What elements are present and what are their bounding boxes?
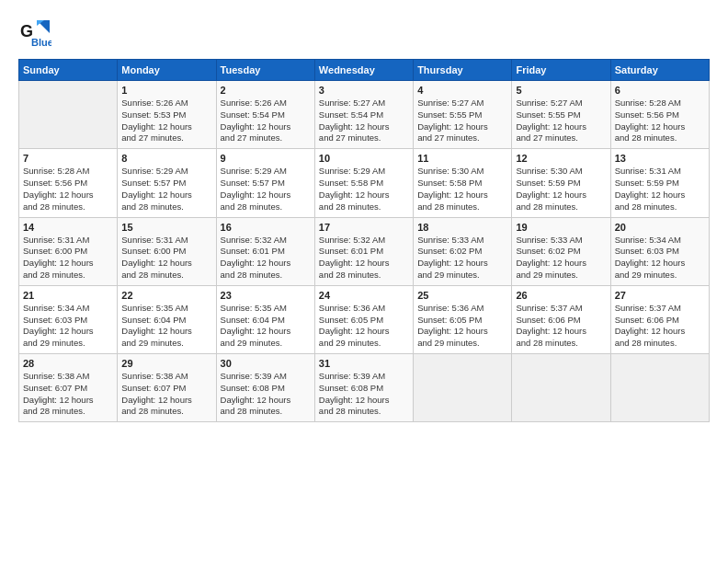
day-number: 7	[23, 153, 113, 164]
svg-text:Blue: Blue	[31, 37, 51, 48]
col-header-saturday: Saturday	[610, 60, 709, 81]
day-number: 26	[516, 290, 606, 301]
cell-w2-d1: 8Sunrise: 5:29 AMSunset: 5:57 PMDaylight…	[118, 149, 216, 217]
cell-w3-d2: 16Sunrise: 5:32 AMSunset: 6:01 PMDayligh…	[216, 217, 314, 285]
col-header-tuesday: Tuesday	[216, 60, 314, 81]
cell-info: Sunrise: 5:27 AMSunset: 5:54 PMDaylight:…	[319, 98, 409, 144]
day-number: 10	[319, 153, 409, 164]
day-number: 1	[121, 85, 211, 96]
cell-info: Sunrise: 5:34 AMSunset: 6:03 PMDaylight:…	[23, 303, 113, 350]
cell-info: Sunrise: 5:38 AMSunset: 6:07 PMDaylight:…	[121, 371, 211, 418]
header: G Blue	[18, 17, 710, 50]
cell-w5-d0: 28Sunrise: 5:38 AMSunset: 6:07 PMDayligh…	[19, 354, 118, 422]
week-row-2: 7Sunrise: 5:28 AMSunset: 5:56 PMDaylight…	[19, 149, 710, 217]
cell-w5-d3: 31Sunrise: 5:39 AMSunset: 6:08 PMDayligh…	[314, 354, 413, 422]
cell-info: Sunrise: 5:30 AMSunset: 5:58 PMDaylight:…	[417, 166, 507, 213]
col-header-sunday: Sunday	[19, 60, 118, 81]
page: G Blue SundayMondayTuesdayWednesdayThurs…	[0, 0, 728, 563]
cell-w3-d3: 17Sunrise: 5:32 AMSunset: 6:01 PMDayligh…	[314, 217, 413, 285]
day-number: 22	[121, 290, 211, 301]
cell-info: Sunrise: 5:36 AMSunset: 6:05 PMDaylight:…	[417, 303, 507, 350]
cell-w2-d5: 12Sunrise: 5:30 AMSunset: 5:59 PMDayligh…	[512, 149, 610, 217]
cell-info: Sunrise: 5:31 AMSunset: 5:59 PMDaylight:…	[615, 166, 705, 213]
day-number: 31	[319, 358, 409, 369]
cell-w1-d6: 6Sunrise: 5:28 AMSunset: 5:56 PMDaylight…	[610, 81, 709, 149]
cell-info: Sunrise: 5:27 AMSunset: 5:55 PMDaylight:…	[516, 98, 606, 144]
cell-w5-d1: 29Sunrise: 5:38 AMSunset: 6:07 PMDayligh…	[118, 354, 216, 422]
week-row-4: 21Sunrise: 5:34 AMSunset: 6:03 PMDayligh…	[19, 285, 710, 353]
cell-info: Sunrise: 5:32 AMSunset: 6:01 PMDaylight:…	[319, 235, 409, 282]
cell-w4-d1: 22Sunrise: 5:35 AMSunset: 6:04 PMDayligh…	[118, 285, 216, 353]
day-number: 13	[615, 153, 705, 164]
cell-info: Sunrise: 5:35 AMSunset: 6:04 PMDaylight:…	[221, 303, 311, 350]
cell-w5-d4	[414, 354, 512, 422]
day-number: 30	[221, 358, 311, 369]
cell-w3-d4: 18Sunrise: 5:33 AMSunset: 6:02 PMDayligh…	[414, 217, 512, 285]
day-number: 25	[417, 290, 507, 301]
cell-info: Sunrise: 5:31 AMSunset: 6:00 PMDaylight:…	[23, 235, 113, 282]
day-number: 23	[221, 290, 311, 301]
cell-info: Sunrise: 5:36 AMSunset: 6:05 PMDaylight:…	[319, 303, 409, 350]
cell-info: Sunrise: 5:29 AMSunset: 5:57 PMDaylight:…	[221, 166, 311, 213]
cell-w1-d5: 5Sunrise: 5:27 AMSunset: 5:55 PMDaylight…	[512, 81, 610, 149]
cell-info: Sunrise: 5:37 AMSunset: 6:06 PMDaylight:…	[615, 303, 705, 350]
cell-info: Sunrise: 5:39 AMSunset: 6:08 PMDaylight:…	[319, 371, 409, 418]
cell-info: Sunrise: 5:34 AMSunset: 6:03 PMDaylight:…	[615, 235, 705, 282]
cell-w3-d6: 20Sunrise: 5:34 AMSunset: 6:03 PMDayligh…	[610, 217, 709, 285]
cell-info: Sunrise: 5:39 AMSunset: 6:08 PMDaylight:…	[221, 371, 311, 418]
cell-w1-d4: 4Sunrise: 5:27 AMSunset: 5:55 PMDaylight…	[414, 81, 512, 149]
cell-w4-d3: 24Sunrise: 5:36 AMSunset: 6:05 PMDayligh…	[314, 285, 413, 353]
cell-w5-d2: 30Sunrise: 5:39 AMSunset: 6:08 PMDayligh…	[216, 354, 314, 422]
cell-w2-d0: 7Sunrise: 5:28 AMSunset: 5:56 PMDaylight…	[19, 149, 118, 217]
cell-w1-d1: 1Sunrise: 5:26 AMSunset: 5:53 PMDaylight…	[118, 81, 216, 149]
cell-info: Sunrise: 5:35 AMSunset: 6:04 PMDaylight:…	[121, 303, 211, 350]
logo-icon: G Blue	[18, 17, 51, 50]
cell-w5-d5	[512, 354, 610, 422]
cell-w1-d3: 3Sunrise: 5:27 AMSunset: 5:54 PMDaylight…	[314, 81, 413, 149]
day-number: 24	[319, 290, 409, 301]
cell-info: Sunrise: 5:28 AMSunset: 5:56 PMDaylight:…	[615, 98, 705, 144]
cell-w3-d0: 14Sunrise: 5:31 AMSunset: 6:00 PMDayligh…	[19, 217, 118, 285]
calendar-table: SundayMondayTuesdayWednesdayThursdayFrid…	[18, 59, 710, 422]
cell-w5-d6	[610, 354, 709, 422]
header-row: SundayMondayTuesdayWednesdayThursdayFrid…	[19, 60, 710, 81]
cell-info: Sunrise: 5:33 AMSunset: 6:02 PMDaylight:…	[516, 235, 606, 282]
day-number: 9	[221, 153, 311, 164]
day-number: 18	[417, 222, 507, 233]
day-number: 21	[23, 290, 113, 301]
cell-info: Sunrise: 5:29 AMSunset: 5:57 PMDaylight:…	[121, 166, 211, 213]
cell-info: Sunrise: 5:29 AMSunset: 5:58 PMDaylight:…	[319, 166, 409, 213]
cell-w4-d6: 27Sunrise: 5:37 AMSunset: 6:06 PMDayligh…	[610, 285, 709, 353]
cell-w4-d2: 23Sunrise: 5:35 AMSunset: 6:04 PMDayligh…	[216, 285, 314, 353]
cell-w2-d2: 9Sunrise: 5:29 AMSunset: 5:57 PMDaylight…	[216, 149, 314, 217]
cell-info: Sunrise: 5:28 AMSunset: 5:56 PMDaylight:…	[23, 166, 113, 213]
logo: G Blue	[18, 17, 55, 50]
cell-w1-d2: 2Sunrise: 5:26 AMSunset: 5:54 PMDaylight…	[216, 81, 314, 149]
day-number: 19	[516, 222, 606, 233]
cell-w4-d5: 26Sunrise: 5:37 AMSunset: 6:06 PMDayligh…	[512, 285, 610, 353]
col-header-friday: Friday	[512, 60, 610, 81]
day-number: 2	[221, 85, 311, 96]
cell-w3-d5: 19Sunrise: 5:33 AMSunset: 6:02 PMDayligh…	[512, 217, 610, 285]
day-number: 12	[516, 153, 606, 164]
cell-info: Sunrise: 5:38 AMSunset: 6:07 PMDaylight:…	[23, 371, 113, 418]
cell-info: Sunrise: 5:26 AMSunset: 5:54 PMDaylight:…	[221, 98, 311, 144]
col-header-thursday: Thursday	[414, 60, 512, 81]
col-header-monday: Monday	[118, 60, 216, 81]
day-number: 15	[121, 222, 211, 233]
day-number: 4	[417, 85, 507, 96]
cell-w1-d0	[19, 81, 118, 149]
col-header-wednesday: Wednesday	[314, 60, 413, 81]
day-number: 8	[121, 153, 211, 164]
week-row-1: 1Sunrise: 5:26 AMSunset: 5:53 PMDaylight…	[19, 81, 710, 149]
week-row-5: 28Sunrise: 5:38 AMSunset: 6:07 PMDayligh…	[19, 354, 710, 422]
day-number: 3	[319, 85, 409, 96]
cell-w3-d1: 15Sunrise: 5:31 AMSunset: 6:00 PMDayligh…	[118, 217, 216, 285]
cell-info: Sunrise: 5:26 AMSunset: 5:53 PMDaylight:…	[121, 98, 211, 144]
cell-w2-d6: 13Sunrise: 5:31 AMSunset: 5:59 PMDayligh…	[610, 149, 709, 217]
day-number: 11	[417, 153, 507, 164]
cell-info: Sunrise: 5:37 AMSunset: 6:06 PMDaylight:…	[516, 303, 606, 350]
day-number: 28	[23, 358, 113, 369]
cell-w4-d4: 25Sunrise: 5:36 AMSunset: 6:05 PMDayligh…	[414, 285, 512, 353]
cell-info: Sunrise: 5:33 AMSunset: 6:02 PMDaylight:…	[417, 235, 507, 282]
